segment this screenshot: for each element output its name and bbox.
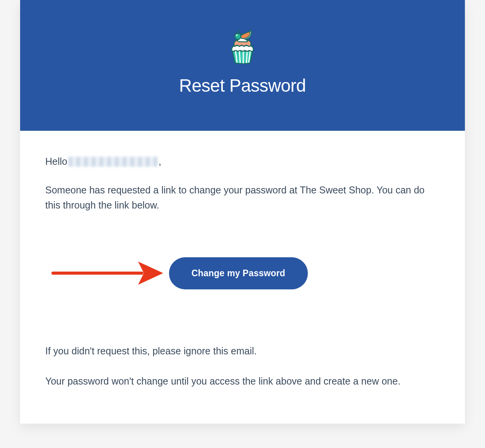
svg-point-1 bbox=[236, 34, 238, 36]
cta-row: Change my Password bbox=[45, 257, 440, 289]
annotation-arrow-icon bbox=[45, 258, 169, 289]
greeting-line: Hello , bbox=[45, 156, 440, 167]
cupcake-logo-icon bbox=[223, 27, 262, 67]
ignore-text: If you didn't request this, please ignor… bbox=[45, 344, 440, 359]
page-title: Reset Password bbox=[28, 75, 457, 96]
email-card: Reset Password Hello , Someone has reque… bbox=[20, 0, 465, 424]
greeting-suffix: , bbox=[159, 156, 161, 167]
request-text: Someone has requested a link to change y… bbox=[45, 183, 440, 213]
svg-point-0 bbox=[235, 33, 241, 39]
recipient-name-redacted bbox=[68, 157, 157, 167]
change-password-button[interactable]: Change my Password bbox=[169, 257, 308, 289]
email-header: Reset Password bbox=[20, 0, 465, 131]
no-change-text: Your password won't change until you acc… bbox=[45, 374, 440, 389]
greeting-prefix: Hello bbox=[45, 156, 67, 167]
email-body: Hello , Someone has requested a link to … bbox=[20, 131, 465, 424]
